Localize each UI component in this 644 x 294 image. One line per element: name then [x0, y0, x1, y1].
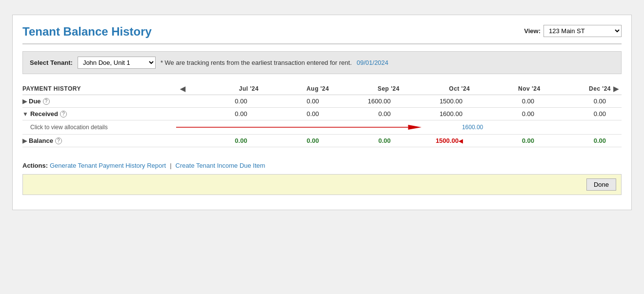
received-sep: 0.00: [324, 110, 396, 118]
done-bar: Done: [22, 174, 622, 195]
balance-aug: 0.00: [252, 137, 324, 144]
allocation-arrow: [176, 122, 422, 132]
ph-section-title: PAYMENT HISTORY: [22, 85, 178, 92]
balance-flag: ◀: [459, 138, 463, 144]
balance-help-icon[interactable]: ?: [55, 137, 62, 144]
balance-row: ▶ Balance ? 0.00 0.00 0.00 1500.00◀ 0.00…: [22, 135, 622, 147]
balance-row-label[interactable]: ▶ Balance ?: [22, 137, 170, 144]
ph-col-aug: Aug '24: [259, 85, 329, 92]
balance-dec: 0.00: [539, 137, 611, 144]
page-title: Tenant Balance History: [22, 25, 152, 39]
actions-divider: |: [168, 162, 173, 169]
received-oct: 1600.00: [396, 110, 467, 118]
view-label: View:: [524, 27, 541, 35]
tenant-bar-label: Select Tenant:: [30, 59, 73, 66]
tracking-note: * We are tracking rents from the earlies…: [161, 59, 352, 66]
due-row-label[interactable]: ▶ Due ?: [22, 98, 170, 105]
balance-oct: 1500.00◀: [396, 137, 467, 144]
due-expand-icon: ▶: [22, 98, 27, 105]
allocation-row: Click to view allocation details 1600.00: [22, 120, 622, 135]
ph-header-row: PAYMENT HISTORY ◀ Jul '24 Aug '24 Sep '2…: [22, 83, 622, 95]
actions-row: Actions: Generate Tenant Payment History…: [22, 162, 622, 169]
received-row: ▼ Received ? 0.00 0.00 0.00 1600.00 0.00…: [22, 108, 622, 120]
balance-oct-value: 1500.00: [436, 137, 459, 144]
due-sep: 1600.00: [324, 98, 396, 105]
balance-label: Balance: [29, 137, 53, 144]
due-oct: 1500.00: [396, 98, 467, 105]
ph-col-sep: Sep '24: [329, 85, 399, 92]
view-select[interactable]: 123 Main ST: [543, 25, 622, 37]
received-aug: 0.00: [252, 110, 324, 118]
due-jul: 0.00: [181, 98, 252, 105]
received-expand-icon: ▼: [22, 111, 28, 118]
received-row-label[interactable]: ▼ Received ?: [22, 110, 170, 118]
allocation-label: Click to view allocation details: [22, 124, 165, 131]
payment-history-section: PAYMENT HISTORY ◀ Jul '24 Aug '24 Sep '2…: [22, 83, 622, 147]
view-section: View: 123 Main ST: [524, 25, 622, 37]
received-dec: 0.00: [539, 110, 611, 118]
received-jul: 0.00: [181, 110, 252, 118]
due-nov: 0.00: [467, 98, 539, 105]
balance-expand-icon: ▶: [22, 137, 27, 144]
tenant-bar: Select Tenant: John Doe, Unit 1 * We are…: [22, 51, 622, 74]
received-label: Received: [30, 110, 58, 118]
due-aug: 0.00: [252, 98, 324, 105]
received-help-icon[interactable]: ?: [60, 111, 67, 118]
generate-report-link[interactable]: Generate Tenant Payment History Report: [50, 162, 166, 169]
due-help-icon[interactable]: ?: [43, 98, 50, 105]
allocation-link[interactable]: 1600.00: [422, 124, 488, 131]
done-button[interactable]: Done: [586, 178, 616, 191]
svg-marker-1: [408, 125, 422, 130]
tenant-select[interactable]: John Doe, Unit 1: [78, 57, 156, 69]
due-dec: 0.00: [539, 98, 611, 105]
ph-nav-right[interactable]: ▶: [611, 85, 622, 93]
received-nov: 0.00: [467, 110, 539, 118]
create-due-item-link[interactable]: Create Tenant Income Due Item: [176, 162, 265, 169]
tracking-date-link[interactable]: 09/01/2024: [357, 59, 388, 66]
ph-col-jul: Jul '24: [188, 85, 259, 92]
balance-nov: 0.00: [467, 137, 539, 144]
balance-jul: 0.00: [181, 137, 252, 144]
ph-nav-left[interactable]: ◀: [178, 85, 188, 93]
ph-col-oct: Oct '24: [400, 85, 470, 92]
ph-col-dec: Dec '24: [541, 85, 611, 92]
balance-sep: 0.00: [324, 137, 396, 144]
actions-label: Actions:: [22, 162, 48, 169]
due-row: ▶ Due ? 0.00 0.00 1600.00 1500.00 0.00 0…: [22, 95, 622, 108]
header-divider: [22, 43, 622, 44]
due-label: Due: [29, 98, 41, 105]
ph-col-nov: Nov '24: [470, 85, 540, 92]
